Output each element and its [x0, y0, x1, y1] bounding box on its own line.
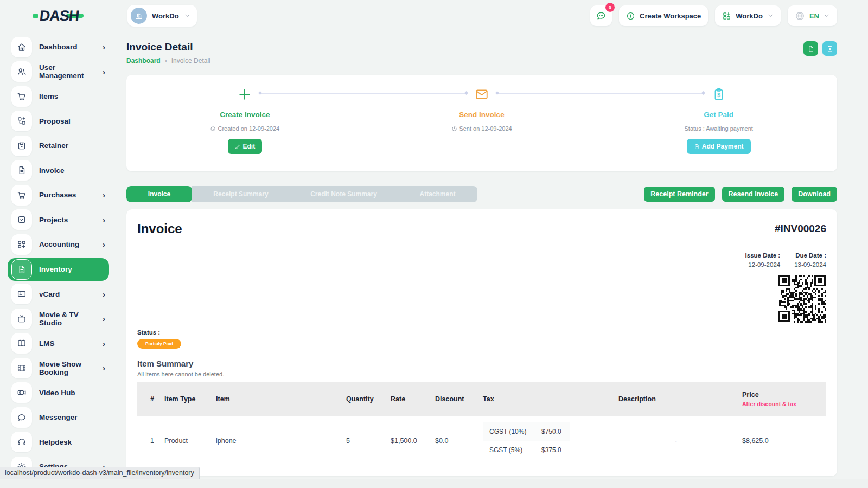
app-logo[interactable]: DASH — [0, 8, 117, 24]
chevron-right-icon: › — [103, 67, 105, 76]
sidebar-item-projects[interactable]: Projects› — [8, 208, 109, 233]
cell-item: iphone — [212, 416, 342, 466]
chevron-right-icon: › — [103, 42, 105, 52]
sidebar-item-messenger[interactable]: Messenger — [8, 405, 109, 430]
create-workspace-label: Create Workspace — [640, 12, 701, 20]
sidebar-item-accounting[interactable]: Accounting› — [8, 232, 109, 257]
tax-line: SGST (5%) $375.0 — [483, 441, 570, 459]
edit-invoice-button[interactable]: Edit — [228, 139, 263, 154]
grid-plus-icon — [11, 234, 32, 255]
sidebar-item-retainer[interactable]: Retainer — [8, 133, 109, 158]
due-date-label: Due Date : — [794, 252, 826, 259]
apps-dropdown[interactable]: WorkDo — [715, 5, 781, 26]
divider — [137, 245, 826, 245]
sidebar-item-user-management[interactable]: User Management› — [8, 60, 109, 85]
tab-attachment[interactable]: Attachment — [398, 186, 477, 202]
sidebar-item-invoice[interactable]: Invoice — [8, 158, 109, 183]
cell-rate: $1,500.0 — [386, 416, 431, 466]
save-icon — [11, 136, 32, 156]
add-payment-button[interactable]: Add Payment — [687, 139, 751, 154]
top-bar: DASH WorkDo 0 Create Workspace WorkDo EN — [0, 0, 868, 31]
sidebar-item-inventory[interactable]: Inventory — [8, 258, 109, 281]
cell-quantity: 5 — [342, 416, 386, 466]
workspace-label: WorkDo — [152, 12, 179, 20]
col-quantity: Quantity — [342, 382, 386, 416]
tv-icon — [11, 309, 32, 329]
step-connector — [497, 93, 704, 94]
sidebar-item-helpdesk[interactable]: Helpdesk — [8, 430, 109, 455]
clipboard-icon — [826, 45, 834, 53]
sidebar-item-movie-tv-studio[interactable]: Movie & TV Studio› — [8, 306, 109, 331]
book-icon — [11, 333, 32, 354]
status-label: Status : — [137, 329, 826, 336]
sidebar-item-items[interactable]: Items — [8, 84, 109, 109]
breadcrumb: Dashboard › Invoice Detail — [126, 57, 210, 65]
film-icon — [11, 358, 32, 378]
chat-bubble-icon — [596, 10, 607, 21]
col-index: # — [137, 382, 160, 416]
table-row: 1 Product iphone 5 $1,500.0 $0.0 CGST (1… — [137, 416, 826, 466]
breadcrumb-separator: › — [165, 57, 167, 65]
logo-dot — [33, 14, 38, 18]
card-icon — [11, 284, 32, 304]
col-description: Description — [614, 382, 738, 416]
plus-circle-icon — [626, 11, 635, 21]
invoice-number: #INV00026 — [775, 223, 826, 235]
sidebar-item-vcard[interactable]: vCard› — [8, 282, 109, 307]
sidebar-item-dashboard[interactable]: Dashboard› — [8, 35, 109, 60]
messages-button[interactable]: 0 — [590, 5, 612, 26]
cell-index: 1 — [137, 416, 160, 466]
download-button[interactable]: Download — [792, 187, 837, 202]
cell-price: $8,625.0 — [738, 416, 826, 466]
cell-discount: $0.0 — [431, 416, 478, 466]
video-camera-icon — [11, 382, 32, 403]
chevron-right-icon: › — [103, 190, 105, 200]
sidebar-item-video-hub[interactable]: Video Hub — [8, 381, 109, 406]
create-workspace-button[interactable]: Create Workspace — [619, 5, 708, 26]
sidebar-item-purchases[interactable]: Purchases› — [8, 183, 109, 208]
cart-icon — [11, 185, 32, 206]
plus-icon — [237, 87, 252, 102]
pencil-icon — [235, 144, 241, 150]
chat-bubble-icon — [11, 407, 32, 428]
chevron-right-icon: › — [103, 363, 105, 373]
tab-invoice[interactable]: Invoice — [126, 186, 192, 202]
sidebar: Dashboard› User Management› Items Propos… — [0, 31, 117, 488]
blocks-icon — [11, 111, 32, 131]
price-subheader: After discount & tax — [742, 401, 822, 407]
building-icon — [135, 11, 143, 20]
headset-icon — [11, 432, 32, 452]
invoice-detail-card: Invoice #INV00026 Issue Date : 12-09-202… — [126, 209, 837, 476]
chevron-right-icon: › — [103, 314, 105, 323]
file-icon — [807, 45, 815, 53]
sidebar-item-movie-show-booking[interactable]: Movie Show Booking› — [8, 356, 109, 381]
export-invoice-button[interactable] — [803, 41, 818, 56]
page-title: Invoice Detail — [126, 41, 210, 53]
sidebar-item-lms[interactable]: LMS› — [8, 331, 109, 356]
receipt-reminder-button[interactable]: Receipt Reminder — [644, 187, 714, 202]
resend-invoice-button[interactable]: Resend Invoice — [722, 187, 785, 202]
sidebar-item-proposal[interactable]: Proposal — [8, 109, 109, 134]
col-item: Item — [212, 382, 342, 416]
tab-credit-note-summary[interactable]: Credit Note Summary — [290, 186, 398, 202]
globe-icon — [795, 11, 805, 21]
bottom-strip — [0, 479, 868, 488]
language-dropdown[interactable]: EN — [788, 5, 837, 26]
invoice-tabs: Invoice Receipt Summary Credit Note Summ… — [126, 186, 477, 202]
cell-item-type: Product — [160, 416, 212, 466]
items-table: # Item Type Item Quantity Rate Discount … — [137, 382, 826, 466]
workspace-switcher[interactable]: WorkDo — [127, 5, 197, 27]
copy-invoice-button[interactable] — [822, 41, 837, 56]
invoice-heading: Invoice — [137, 221, 182, 236]
envelope-icon — [475, 87, 489, 101]
col-tax: Tax — [478, 382, 614, 416]
tab-receipt-summary[interactable]: Receipt Summary — [192, 186, 290, 202]
breadcrumb-current: Invoice Detail — [171, 57, 210, 65]
language-code: EN — [809, 12, 819, 20]
check-square-icon — [11, 209, 32, 230]
status-badge: Partialy Paid — [137, 339, 181, 349]
chevron-down-icon — [184, 12, 190, 19]
col-discount: Discount — [431, 382, 478, 416]
due-date-value: 13-09-2024 — [794, 261, 826, 268]
breadcrumb-dashboard-link[interactable]: Dashboard — [126, 57, 161, 65]
